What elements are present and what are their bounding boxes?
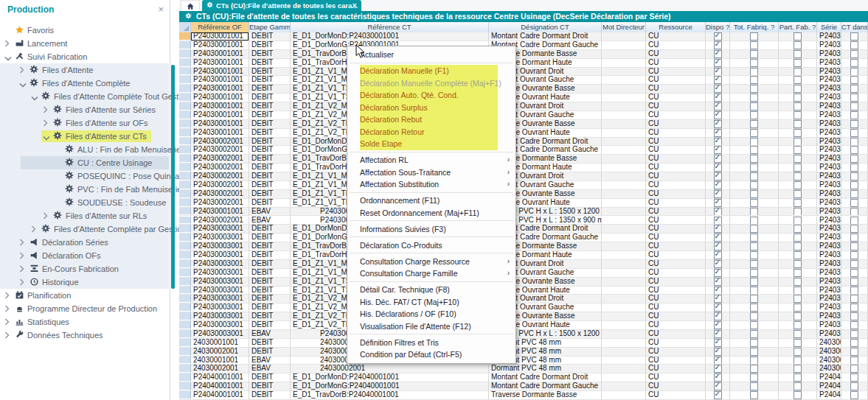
table-row[interactable]: P24030002001DEBITE_D1_Z1_V1_TPri:P240300… xyxy=(179,199,868,208)
cell-mot[interactable] xyxy=(602,155,646,163)
row-selector[interactable] xyxy=(179,365,191,373)
checkbox-tot_fabriq[interactable] xyxy=(750,321,758,329)
cell-ressource[interactable]: CU xyxy=(646,208,706,216)
row-selector[interactable] xyxy=(179,357,191,365)
cell-mot[interactable] xyxy=(602,138,646,146)
table-row[interactable]: P24040001001DEBITE_D1_TravDorB:P24040001… xyxy=(179,391,868,400)
checkbox-dispo[interactable] xyxy=(714,129,722,137)
checkbox-dispo[interactable] xyxy=(714,50,722,58)
cell-ressource[interactable]: CU xyxy=(646,234,706,242)
column-header-ref_of[interactable]: Référence OF xyxy=(191,22,249,32)
checkbox-dispo[interactable] xyxy=(714,155,722,163)
cell-serie[interactable]: P24030 xyxy=(817,41,841,49)
checkbox-ct_dans[interactable] xyxy=(850,225,858,233)
checkbox-tot_fabriq[interactable] xyxy=(750,269,758,277)
checkbox-dispo[interactable] xyxy=(714,251,722,259)
checkbox-part_fab[interactable] xyxy=(794,111,802,119)
checkbox-tot_fabriq[interactable] xyxy=(750,111,758,119)
row-selector[interactable] xyxy=(179,32,191,41)
column-header-part_fab[interactable]: Part. Fab. ? xyxy=(779,22,817,32)
checkbox-ct_dans[interactable] xyxy=(850,172,858,180)
checkbox-tot_fabriq[interactable] xyxy=(750,164,758,172)
menu-item[interactable]: Consultation Charge Ressource› xyxy=(347,256,515,268)
row-selector[interactable] xyxy=(179,303,191,312)
table-row[interactable]: P24030003001DEBITE_D1_DorMonG:P240300030… xyxy=(179,234,868,242)
cell-serie[interactable]: P24030 xyxy=(817,217,841,225)
row-selector[interactable] xyxy=(179,242,191,250)
cell-serie[interactable]: P24030 xyxy=(817,295,841,303)
cell-etape[interactable]: DEBIT xyxy=(249,234,291,242)
checkbox-tot_fabriq[interactable] xyxy=(750,234,758,242)
table-row[interactable]: P24030002001DEBITE_D1_DorMonG:P240300020… xyxy=(179,146,868,155)
checkbox-tot_fabriq[interactable] xyxy=(750,217,758,225)
checkbox-ct_dans[interactable] xyxy=(850,111,858,119)
cell-etape[interactable]: DEBIT xyxy=(249,181,291,189)
cell-ressource[interactable]: CU xyxy=(646,172,706,180)
cell-etape[interactable]: DEBIT xyxy=(249,138,291,146)
checkbox-part_fab[interactable] xyxy=(794,278,802,286)
checkbox-ct_dans[interactable] xyxy=(850,164,858,172)
row-selector[interactable] xyxy=(179,287,191,295)
cell-etape[interactable]: DEBIT xyxy=(249,111,291,119)
checkbox-tot_fabriq[interactable] xyxy=(750,365,758,373)
menu-item[interactable]: Détail Car. Technique (F8) xyxy=(347,284,515,296)
active-tab[interactable]: CTs (CU):File d'attente de toutes les ca… xyxy=(202,0,361,11)
cell-etape[interactable]: EBAV xyxy=(249,365,291,373)
table-row[interactable]: P24030003001DEBITE_D1_TravDorB:P24030003… xyxy=(179,242,868,251)
cell-ref_of[interactable]: P24030001001 xyxy=(191,76,249,84)
cell-etape[interactable]: DEBIT xyxy=(249,348,291,356)
checkbox-dispo[interactable] xyxy=(714,41,722,49)
checkbox-ct_dans[interactable] xyxy=(850,217,858,225)
cell-ref_of[interactable]: P24030003001 xyxy=(191,330,249,338)
row-selector[interactable] xyxy=(179,111,191,119)
sidebar-scrollbar-thumb[interactable] xyxy=(171,65,175,289)
checkbox-ct_dans[interactable] xyxy=(850,303,858,312)
checkbox-part_fab[interactable] xyxy=(794,59,802,67)
table-row[interactable]: P24030001001DEBITE_D1_Z1_V2_TPri:P240300… xyxy=(179,129,868,138)
cell-mot[interactable] xyxy=(602,278,646,286)
cell-mot[interactable] xyxy=(602,181,646,189)
cell-ressource[interactable]: CU xyxy=(646,348,706,356)
cell-mot[interactable] xyxy=(602,242,646,250)
sidebar-item[interactable]: Lancement xyxy=(0,37,169,50)
checkbox-dispo[interactable] xyxy=(714,391,722,399)
chevron-right-icon[interactable] xyxy=(4,305,10,314)
row-selector[interactable] xyxy=(179,217,191,225)
cell-ref_of[interactable]: P24030001001 xyxy=(191,102,249,110)
cell-etape[interactable]: DEBIT xyxy=(249,164,291,172)
checkbox-part_fab[interactable] xyxy=(794,129,802,137)
cell-ressource[interactable]: CU xyxy=(646,225,706,233)
checkbox-ct_dans[interactable] xyxy=(850,68,858,76)
cell-serie[interactable]: P24040 xyxy=(817,391,841,399)
checkbox-part_fab[interactable] xyxy=(794,50,802,58)
cell-ref_of[interactable]: P24030001001 xyxy=(191,94,249,102)
row-selector[interactable] xyxy=(179,373,191,382)
cell-etape[interactable]: DEBIT xyxy=(249,76,291,84)
column-header-tot_fabriq[interactable]: Tot. Fabriq. ? xyxy=(730,22,779,32)
chevron-right-icon[interactable] xyxy=(19,252,25,261)
column-header-dispo[interactable]: Dispo ? xyxy=(706,22,730,32)
cell-mot[interactable] xyxy=(602,225,646,233)
cell-ref_of[interactable]: P24030003001 xyxy=(191,234,249,242)
chevron-down-icon[interactable] xyxy=(19,81,27,90)
sidebar-item[interactable]: Déclaration Séries xyxy=(0,236,169,249)
menu-item[interactable]: Reset Ordonnancement (Maj+F11) xyxy=(347,207,515,220)
cell-serie[interactable]: P24030 xyxy=(817,32,841,41)
column-header-ref_ct[interactable]: Référence CT xyxy=(291,22,489,32)
tab-close-icon[interactable]: × xyxy=(353,0,357,11)
sidebar-item[interactable]: Files d'Attente sur CTs xyxy=(0,130,169,143)
cell-ressource[interactable]: CU xyxy=(646,382,706,390)
table-row[interactable]: 24030001001EBAV24030001001Dormant PVC 48… xyxy=(179,357,868,365)
row-selector[interactable] xyxy=(179,164,191,172)
sidebar-item[interactable]: Files d'Attente sur Séries xyxy=(0,103,169,116)
checkbox-tot_fabriq[interactable] xyxy=(750,32,758,41)
checkbox-tot_fabriq[interactable] xyxy=(750,181,758,189)
chevron-right-icon[interactable] xyxy=(4,318,10,327)
cell-etape[interactable]: DEBIT xyxy=(249,199,291,207)
menu-item[interactable]: Informations Suivies (F3) xyxy=(347,223,515,236)
checkbox-ct_dans[interactable] xyxy=(850,138,858,146)
checkbox-dispo[interactable] xyxy=(714,260,722,268)
table-row[interactable]: P24030001001DEBITE_D1_Z1_V2_TPri:P240300… xyxy=(179,120,868,129)
cell-serie[interactable]: P24030 xyxy=(817,242,841,250)
cell-etape[interactable]: EBAV xyxy=(249,357,291,365)
